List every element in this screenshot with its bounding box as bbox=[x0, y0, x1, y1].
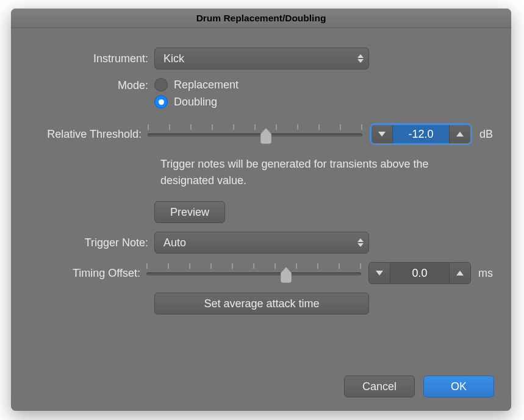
dialog-window: Drum Replacement/Doubling Instrument: Ki… bbox=[11, 9, 511, 411]
timing-offset-slider[interactable] bbox=[146, 262, 361, 284]
relative-threshold-stepper[interactable]: -12.0 bbox=[370, 123, 472, 145]
svg-marker-3 bbox=[456, 132, 464, 137]
svg-marker-1 bbox=[357, 59, 364, 63]
svg-marker-0 bbox=[357, 54, 364, 58]
radio-icon bbox=[154, 78, 168, 91]
relative-threshold-slider[interactable] bbox=[148, 123, 362, 145]
mode-doubling-label: Doubling bbox=[174, 96, 217, 109]
timing-offset-label: Timing Offset: bbox=[29, 267, 146, 280]
instrument-label: Instrument: bbox=[29, 52, 154, 65]
mode-option-doubling[interactable]: Doubling bbox=[154, 95, 239, 109]
mode-replacement-label: Replacement bbox=[174, 79, 239, 91]
set-average-attack-time-button[interactable]: Set average attack time bbox=[154, 293, 369, 315]
trigger-note-popup[interactable]: Auto bbox=[154, 232, 369, 254]
svg-marker-2 bbox=[378, 132, 386, 137]
stepper-increment[interactable] bbox=[450, 125, 470, 143]
svg-marker-7 bbox=[456, 271, 464, 276]
radio-icon bbox=[154, 95, 168, 109]
window-title: Drum Replacement/Doubling bbox=[196, 13, 326, 24]
instrument-value: Kick bbox=[163, 52, 184, 65]
trigger-note-label: Trigger Note: bbox=[29, 237, 154, 249]
trigger-note-value: Auto bbox=[163, 237, 186, 249]
stepper-increment[interactable] bbox=[450, 263, 470, 283]
relative-threshold-label: Relative Threshold: bbox=[29, 128, 148, 141]
timing-offset-value[interactable]: 0.0 bbox=[390, 263, 449, 283]
instrument-popup[interactable]: Kick bbox=[154, 48, 369, 69]
dialog-content: Instrument: Kick Mode: Replacement bbox=[11, 28, 511, 315]
ok-button[interactable]: OK bbox=[423, 376, 494, 397]
stepper-decrement[interactable] bbox=[369, 263, 390, 283]
offset-unit: ms bbox=[478, 267, 493, 280]
title-bar: Drum Replacement/Doubling bbox=[11, 9, 511, 28]
threshold-unit: dB bbox=[479, 128, 493, 141]
updown-icon bbox=[357, 238, 364, 247]
stepper-decrement[interactable] bbox=[371, 125, 392, 143]
mode-option-replacement[interactable]: Replacement bbox=[154, 78, 239, 91]
timing-offset-stepper[interactable]: 0.0 bbox=[368, 262, 471, 284]
dialog-footer: Cancel OK bbox=[344, 376, 494, 397]
updown-icon bbox=[357, 54, 364, 63]
preview-button[interactable]: Preview bbox=[154, 201, 225, 223]
cancel-button[interactable]: Cancel bbox=[344, 376, 415, 397]
relative-threshold-value[interactable]: -12.0 bbox=[393, 125, 449, 143]
svg-marker-6 bbox=[376, 271, 383, 276]
svg-marker-4 bbox=[357, 238, 364, 242]
threshold-help-text: Trigger notes will be generated for tran… bbox=[160, 156, 478, 189]
svg-marker-5 bbox=[357, 243, 364, 247]
mode-label: Mode: bbox=[29, 78, 154, 92]
